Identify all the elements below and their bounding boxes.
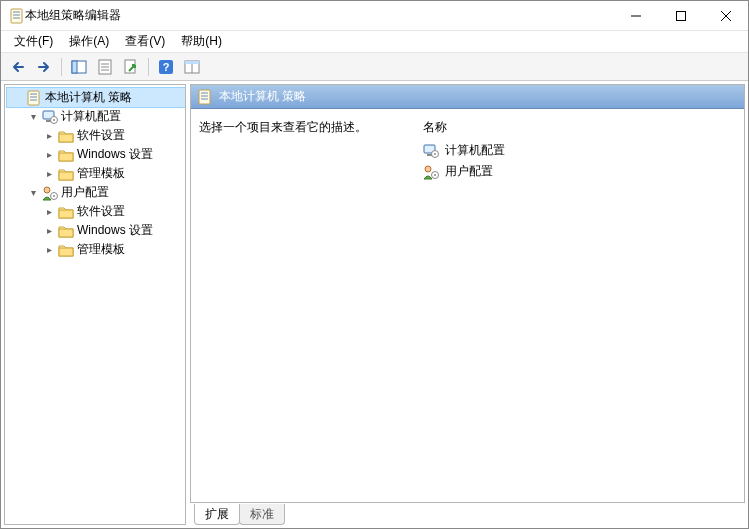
panes-icon [71, 59, 87, 75]
navigation-tree[interactable]: ▾ 本地计算机 策略 ▾ 计算机配置 ▸ [4, 84, 186, 525]
help-button[interactable] [154, 56, 178, 78]
user-config-icon [423, 164, 439, 180]
tree-computer-config[interactable]: ▾ 计算机配置 [23, 107, 185, 126]
toolbar-separator [148, 58, 149, 76]
tab-label: 标准 [250, 507, 274, 521]
window-controls [613, 1, 748, 30]
computer-config-icon [42, 109, 58, 125]
list-item-label: 计算机配置 [445, 142, 505, 159]
collapse-icon[interactable]: ▾ [27, 111, 39, 123]
tab-extended[interactable]: 扩展 [194, 504, 240, 525]
properties-icon [97, 59, 113, 75]
properties-button[interactable] [93, 56, 117, 78]
maximize-button[interactable] [658, 1, 703, 30]
columns-icon [184, 59, 200, 75]
menu-file[interactable]: 文件(F) [6, 31, 61, 52]
tree-label: 管理模板 [77, 165, 125, 182]
tree-label: 用户配置 [61, 184, 109, 201]
expand-icon[interactable]: ▸ [43, 130, 55, 142]
items-list[interactable]: 名称 计算机配置 用户配置 [419, 119, 736, 492]
tab-standard[interactable]: 标准 [239, 504, 285, 525]
menu-action[interactable]: 操作(A) [61, 31, 117, 52]
expand-icon[interactable]: ▸ [43, 244, 55, 256]
tree-windows-settings[interactable]: ▸ Windows 设置 [39, 221, 185, 240]
tree-label: Windows 设置 [77, 146, 153, 163]
export-list-button[interactable] [119, 56, 143, 78]
folder-icon [58, 147, 74, 163]
help-icon [158, 59, 174, 75]
app-icon [9, 8, 25, 24]
show-hide-tree-button[interactable] [67, 56, 91, 78]
main-area: ▾ 本地计算机 策略 ▾ 计算机配置 ▸ [1, 81, 748, 528]
tree-user-config[interactable]: ▾ 用户配置 [23, 183, 185, 202]
view-tabs: 扩展 标准 [190, 503, 745, 525]
tree-admin-templates[interactable]: ▸ 管理模板 [39, 164, 185, 183]
forward-icon [36, 59, 52, 75]
close-button[interactable] [703, 1, 748, 30]
folder-icon [58, 223, 74, 239]
menu-view[interactable]: 查看(V) [117, 31, 173, 52]
expand-icon[interactable]: ▸ [43, 206, 55, 218]
minimize-button[interactable] [613, 1, 658, 30]
details-pane: 本地计算机 策略 选择一个项目来查看它的描述。 名称 计算机配置 用户配置 [190, 84, 745, 503]
details-header-title: 本地计算机 策略 [219, 88, 306, 105]
tree-label: 软件设置 [77, 127, 125, 144]
expand-icon[interactable]: ▸ [43, 225, 55, 237]
tree-software-settings[interactable]: ▸ 软件设置 [39, 126, 185, 145]
forward-button[interactable] [32, 56, 56, 78]
computer-config-icon [423, 143, 439, 159]
toolbar [1, 53, 748, 81]
tree-software-settings[interactable]: ▸ 软件设置 [39, 202, 185, 221]
window-title: 本地组策略编辑器 [25, 7, 613, 24]
toolbar-separator [61, 58, 62, 76]
description-column: 选择一个项目来查看它的描述。 [199, 119, 399, 492]
details-body: 选择一个项目来查看它的描述。 名称 计算机配置 用户配置 [191, 109, 744, 502]
list-item-label: 用户配置 [445, 163, 493, 180]
tree-label: 计算机配置 [61, 108, 121, 125]
back-button[interactable] [6, 56, 30, 78]
menu-bar: 文件(F) 操作(A) 查看(V) 帮助(H) [1, 31, 748, 53]
policy-icon [197, 89, 213, 105]
export-icon [123, 59, 139, 75]
folder-icon [58, 166, 74, 182]
tree-windows-settings[interactable]: ▸ Windows 设置 [39, 145, 185, 164]
list-item-computer-config[interactable]: 计算机配置 [419, 140, 736, 161]
tree-root-local-policy[interactable]: ▾ 本地计算机 策略 [7, 88, 185, 107]
tree-label: 本地计算机 策略 [45, 89, 132, 106]
folder-icon [58, 242, 74, 258]
tree-label: Windows 设置 [77, 222, 153, 239]
expand-icon[interactable]: ▸ [43, 149, 55, 161]
svg-rect-25 [676, 11, 685, 20]
folder-icon [58, 128, 74, 144]
tree-admin-templates[interactable]: ▸ 管理模板 [39, 240, 185, 259]
policy-icon [26, 90, 42, 106]
folder-icon [58, 204, 74, 220]
tab-label: 扩展 [205, 507, 229, 521]
columns-button[interactable] [180, 56, 204, 78]
list-item-user-config[interactable]: 用户配置 [419, 161, 736, 182]
back-icon [10, 59, 26, 75]
menu-help[interactable]: 帮助(H) [173, 31, 230, 52]
details-area: 本地计算机 策略 选择一个项目来查看它的描述。 名称 计算机配置 用户配置 [190, 84, 745, 525]
title-bar: 本地组策略编辑器 [1, 1, 748, 31]
tree-label: 软件设置 [77, 203, 125, 220]
expand-icon[interactable]: ▸ [43, 168, 55, 180]
column-header-name[interactable]: 名称 [419, 119, 736, 140]
details-header: 本地计算机 策略 [191, 85, 744, 109]
description-text: 选择一个项目来查看它的描述。 [199, 119, 399, 136]
tree-label: 管理模板 [77, 241, 125, 258]
collapse-icon[interactable]: ▾ [27, 187, 39, 199]
user-config-icon [42, 185, 58, 201]
